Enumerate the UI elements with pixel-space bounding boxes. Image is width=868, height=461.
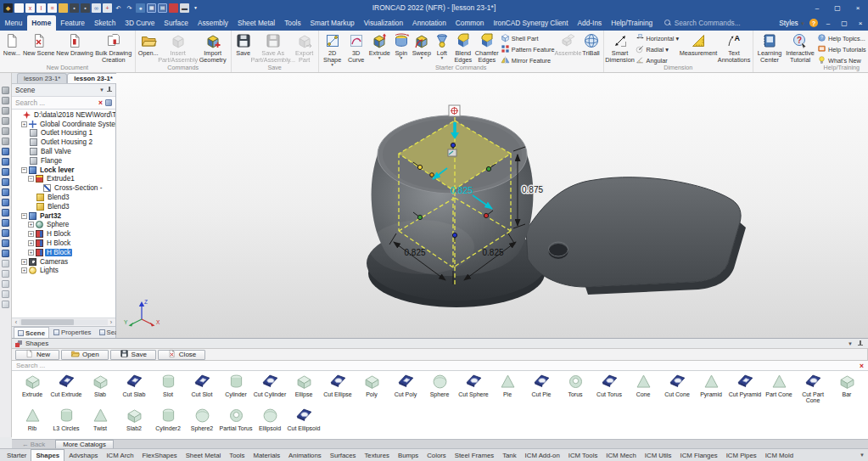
dock-icon-blue-cube[interactable] xyxy=(2,250,9,257)
radial-button[interactable]: Radial ▾ xyxy=(635,44,680,54)
catalog-tab-icm-arch[interactable]: ICM Arch xyxy=(102,449,137,461)
text-annotations-button[interactable]: AText Annotations xyxy=(717,31,751,65)
dock-icon-pale-cube[interactable] xyxy=(2,270,9,278)
catalog-item-cut-extrude[interactable]: Cut Extrude xyxy=(49,372,83,406)
dock-icon-gray-cube[interactable] xyxy=(2,127,9,135)
catalog-item-sphere2[interactable]: Sphere2 xyxy=(185,406,219,439)
back-button[interactable]: ← Back xyxy=(15,440,52,449)
catalog-item-pie[interactable]: Pie xyxy=(490,372,524,406)
tree-item-lock-lever[interactable]: −Lock lever xyxy=(12,166,115,175)
smart-dimension-button[interactable]: Smart Dimension xyxy=(606,31,635,65)
dock-icon-blue-cube[interactable] xyxy=(2,219,9,227)
dock-icon-pale-cube[interactable] xyxy=(2,290,9,298)
catalog-tab-icm-utils[interactable]: ICM Utils xyxy=(641,449,676,461)
spin-button[interactable]: Spin▾ xyxy=(391,31,412,65)
measurement-button[interactable]: Measurement xyxy=(680,31,717,65)
scene-search-input[interactable]: Search ... × xyxy=(12,97,115,110)
blend-edges-button[interactable]: Blend Edges xyxy=(452,31,474,65)
tree-expander-icon[interactable]: + xyxy=(21,259,27,265)
chamfer-edges-button[interactable]: Chamfer Edges xyxy=(474,31,500,65)
catalog-item-bar[interactable]: Bar xyxy=(830,372,864,406)
catalog-tab-bumps[interactable]: Bumps xyxy=(394,449,423,461)
learning-center-button[interactable]: Learning Center xyxy=(755,31,784,65)
dock-icon-pale-cube[interactable] xyxy=(2,301,9,308)
catalog-item-cut-slab[interactable]: Cut Slab xyxy=(117,372,151,406)
dock-icon-blue-cube[interactable] xyxy=(2,178,9,186)
catalog-item-cut-slot[interactable]: Cut Slot xyxy=(185,372,219,406)
interactive-tutorial-button[interactable]: ?Interactive Tutorial xyxy=(784,31,816,65)
menu-tab-menu[interactable]: Menu xyxy=(0,15,27,31)
catalog-item-cut-pyramid[interactable]: Cut Pyramid xyxy=(728,372,762,406)
catalog-tab-icm-tools[interactable]: ICM Tools xyxy=(564,449,602,461)
tree-expander-icon[interactable]: − xyxy=(21,167,27,173)
qat-redo-icon[interactable]: ↷ xyxy=(125,3,134,13)
catalog-tab-sheet-metal[interactable]: Sheet Metal xyxy=(182,449,226,461)
bulk-drawing-creation-button[interactable]: Bulk Drawing Creation xyxy=(94,31,133,65)
dock-icon-blue-cube[interactable] xyxy=(2,148,9,155)
catalog-search-input[interactable]: Search ... × xyxy=(12,361,868,371)
new-drawing-button[interactable]: New Drawing xyxy=(55,31,93,65)
maximize-icon[interactable]: ▢ xyxy=(827,0,848,15)
handle-yellow[interactable] xyxy=(417,165,422,169)
catalog-item-slab[interactable]: Slab xyxy=(83,372,117,406)
catalog-tab-steel-frames[interactable]: Steel Frames xyxy=(451,449,498,461)
styles-dropdown[interactable]: Styles ▼ xyxy=(779,19,805,27)
qat-app-logo-icon[interactable]: ◆ xyxy=(3,3,13,13)
handle-blue[interactable] xyxy=(452,233,456,237)
command-search[interactable]: Search Commands... xyxy=(664,19,741,27)
catalog-item-slab2[interactable]: Slab2 xyxy=(117,406,151,439)
catalog-item-torus[interactable]: Torus xyxy=(558,372,592,406)
pin-icon[interactable] xyxy=(858,340,863,347)
2d-shape-button[interactable]: 2D Shape▾ xyxy=(321,31,344,65)
qat-render-sphere-icon[interactable]: ● xyxy=(136,3,145,13)
handle-green[interactable] xyxy=(486,166,490,171)
catalog-item-cut-part-cone[interactable]: Cut Part Cone xyxy=(796,372,830,406)
catalog-item-cut-ellipse[interactable]: Cut Ellipse xyxy=(321,372,355,406)
tree-item-cameras[interactable]: +Cameras xyxy=(12,257,115,267)
catalog-tab-icm-add-on[interactable]: ICM Add-on xyxy=(521,449,564,461)
qat-more-dropdown-icon[interactable]: ▼ xyxy=(191,3,200,13)
qat-toggle-wireframe-icon[interactable]: ▤ xyxy=(158,3,167,13)
pin-icon[interactable] xyxy=(107,87,112,93)
qat-new-doc-icon[interactable] xyxy=(14,3,24,13)
catalog-item-cut-cylinder[interactable]: Cut Cylinder xyxy=(253,372,287,406)
menu-tab-surface[interactable]: Surface xyxy=(160,15,193,31)
qat-toggle-shaded-icon[interactable]: ▦ xyxy=(147,3,156,13)
dock-icon-blue-cube[interactable] xyxy=(2,168,9,176)
doc-minimize-icon[interactable]: – xyxy=(822,20,834,27)
menu-tab-ironcad-synergy-client[interactable]: IronCAD Synergy Client xyxy=(489,15,573,31)
qat-save-icon[interactable]: ▪ xyxy=(70,3,79,13)
dock-icon-gray-cube[interactable] xyxy=(2,87,9,94)
catalog-tab-advshaps[interactable]: Advshaps xyxy=(64,449,102,461)
save-button[interactable]: Save xyxy=(110,350,156,360)
tree-expander-icon[interactable]: + xyxy=(28,222,34,228)
doc-restore-icon[interactable]: ▢ xyxy=(838,20,850,27)
tree-item-cross-section[interactable]: Cross-Section - xyxy=(12,183,115,193)
tree-item-outlet-housing-1[interactable]: Outlet Housing 1 xyxy=(12,129,115,138)
help-topics-button[interactable]: ?Help Topics... xyxy=(816,33,867,43)
menu-tab-3d-curve[interactable]: 3D Curve xyxy=(120,15,160,31)
import-geometry-button[interactable]: Import Geometry xyxy=(197,31,229,65)
new-button[interactable]: New xyxy=(15,350,59,360)
menu-tab-visualization[interactable]: Visualization xyxy=(359,15,407,31)
catalog-item-cone[interactable]: Cone xyxy=(626,372,660,406)
dock-icon-pale-cube[interactable] xyxy=(2,260,9,267)
tree-expander-icon[interactable]: + xyxy=(28,231,34,237)
qat-undo-icon[interactable]: ↶ xyxy=(114,3,123,13)
menu-tab-smart-markup[interactable]: Smart Markup xyxy=(305,15,359,31)
shell-part-button[interactable]: Shell Part xyxy=(500,33,556,43)
tree-item-lights[interactable]: +Lights xyxy=(12,267,115,276)
tree-item-blend3[interactable]: Blend3 xyxy=(12,202,115,211)
close-button[interactable]: Close xyxy=(158,350,205,360)
tree-item-blend3[interactable]: Blend3 xyxy=(12,193,115,202)
menu-tab-feature[interactable]: Feature xyxy=(56,15,90,31)
extrude-button[interactable]: Extrude▾ xyxy=(368,31,391,65)
menu-tab-common[interactable]: Common xyxy=(451,15,489,31)
tree-item-h-block[interactable]: +H Block xyxy=(12,248,115,257)
new-button[interactable]: New... xyxy=(2,31,22,65)
menu-tab-add-ins[interactable]: Add-Ins xyxy=(573,15,607,31)
open-button[interactable]: Open... xyxy=(137,31,160,65)
handle-orange[interactable] xyxy=(430,173,434,177)
scroll-left-icon[interactable]: ‹ xyxy=(13,319,20,325)
dimension-label-active[interactable]: 0.825 xyxy=(451,185,473,195)
